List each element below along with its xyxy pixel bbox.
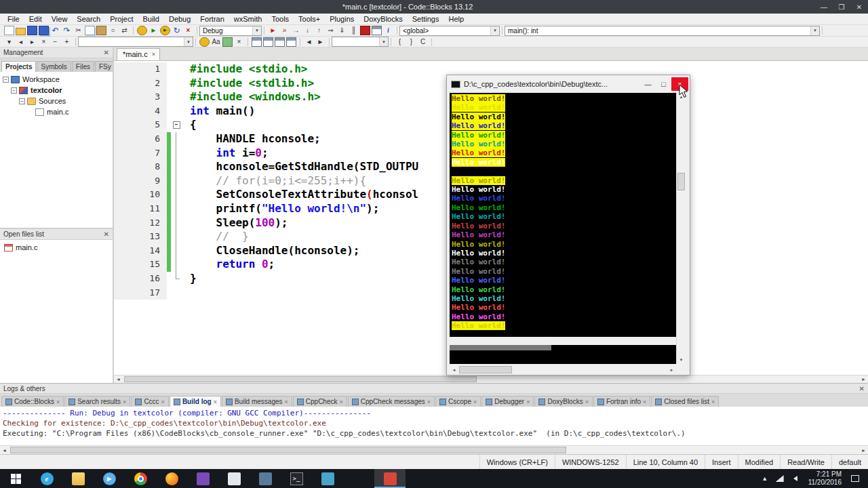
close-tab-icon[interactable]: ×	[123, 399, 126, 405]
redo-icon[interactable]: ↷	[62, 26, 72, 35]
scroll-left-icon[interactable]: ◄	[114, 377, 123, 382]
taskbar-app-file-explorer[interactable]	[62, 469, 94, 488]
taskbar-app-media-player[interactable]: ▶	[94, 469, 125, 488]
close-open-files-icon[interactable]: ✕	[104, 230, 109, 238]
close-tab-icon[interactable]: ×	[711, 399, 715, 405]
log-tab-debugger[interactable]: Debugger×	[481, 396, 534, 407]
next-line-icon[interactable]: →	[291, 26, 301, 35]
save-icon[interactable]	[27, 26, 37, 35]
unfold-all-icon[interactable]: +	[62, 37, 72, 47]
next-bookmark-icon[interactable]: ▸	[27, 37, 37, 47]
console-vscrollbar[interactable]: ▲ ▼	[676, 93, 686, 364]
show-management-pane-icon[interactable]	[275, 37, 285, 47]
collapse-icon[interactable]: −	[19, 98, 25, 104]
step-into-icon[interactable]: ↓	[302, 26, 313, 35]
incremental-search-combo[interactable]: ▼	[78, 37, 193, 47]
menu-item-tools[interactable]: Tools+	[294, 14, 325, 24]
console-resize-corner[interactable]	[676, 365, 686, 374]
scroll-up-icon[interactable]: ▲	[677, 93, 686, 101]
debugging-windows-icon[interactable]	[372, 26, 382, 35]
menu-item-wxsmith[interactable]: wxSmith	[229, 14, 267, 24]
build-icon[interactable]	[137, 26, 147, 35]
collapse-icon[interactable]: −	[11, 87, 17, 94]
close-tab-icon[interactable]: ×	[473, 399, 477, 405]
start-button[interactable]	[0, 469, 31, 488]
console-titlebar[interactable]: D:\c_cpp_codes\textcolor\bin\Debug\textc…	[447, 75, 690, 93]
menu-item-fortran[interactable]: Fortran	[195, 14, 229, 24]
fold-marker[interactable]	[171, 118, 182, 132]
run-icon[interactable]: ►	[149, 26, 159, 35]
taskbar-app-internet-explorer[interactable]: e	[31, 469, 62, 488]
editor-tab-main-c[interactable]: *main.c ×	[117, 48, 160, 60]
highlight-occurrences-icon[interactable]	[222, 37, 233, 47]
next-instruction-icon[interactable]: ⇒	[326, 26, 336, 35]
taskbar-app-codeblocks[interactable]	[374, 469, 406, 488]
console-minimize-icon[interactable]: —	[640, 77, 656, 91]
step-out-icon[interactable]: ↑	[314, 26, 324, 35]
rebuild-icon[interactable]: ↻	[172, 26, 182, 35]
menu-item-settings[interactable]: Settings	[408, 14, 444, 24]
console-window[interactable]: D:\c_cpp_codes\textcolor\bin\Debug\textc…	[446, 75, 690, 375]
taskbar-clock[interactable]: 7:21 PM 11/20/2016	[803, 470, 847, 487]
log-tab-code-blocks[interactable]: Code::Blocks×	[1, 396, 64, 407]
editor-hscroll-track[interactable]	[123, 375, 859, 383]
menu-item-build[interactable]: Build	[138, 14, 163, 24]
scroll-right-icon[interactable]: ►	[859, 448, 868, 453]
menu-item-tools[interactable]: Tools	[267, 14, 294, 24]
close-tab-icon[interactable]: ×	[585, 399, 589, 405]
taskbar-app-mail[interactable]	[250, 469, 281, 488]
console-hscroll-thumb[interactable]	[459, 366, 512, 373]
close-tab-icon[interactable]: ×	[643, 399, 646, 405]
fold-all-icon[interactable]: −	[50, 37, 60, 47]
toggle-bookmark-icon[interactable]: ▾	[4, 37, 14, 47]
action-center-icon[interactable]	[851, 475, 859, 482]
maximize-icon[interactable]: ❐	[833, 0, 850, 14]
logs-hscroll-track[interactable]	[9, 446, 859, 454]
run-to-cursor-icon[interactable]: »	[279, 26, 290, 35]
menu-item-help[interactable]: Help	[443, 14, 469, 24]
open-file-item[interactable]: main.c	[0, 242, 113, 253]
scroll-right-icon[interactable]: ►	[667, 368, 676, 372]
close-logs-icon[interactable]: ✕	[859, 385, 865, 392]
prev-bookmark-icon[interactable]: ◂	[16, 37, 26, 47]
tree-item-sources[interactable]: −Sources	[0, 96, 113, 106]
menu-item-view[interactable]: View	[47, 14, 73, 24]
management-tab-symbols[interactable]: Symbols	[37, 61, 71, 72]
new-file-icon[interactable]	[4, 26, 14, 35]
taskbar-app-office[interactable]	[187, 469, 218, 488]
find-icon[interactable]: ○	[108, 26, 118, 35]
close-tab-icon[interactable]: ×	[526, 399, 530, 405]
log-tab-cscope[interactable]: Cscope×	[435, 396, 481, 407]
clear-highlight-icon[interactable]: ×	[234, 37, 244, 47]
close-icon[interactable]: ✕	[850, 0, 868, 14]
log-tab-search-results[interactable]: Search results×	[64, 396, 130, 407]
taskbar-app-paint[interactable]	[312, 469, 343, 488]
next-call-icon[interactable]: ►	[315, 37, 326, 47]
console-hscrollbar[interactable]: ◄ ►	[450, 365, 676, 374]
close-tab-icon[interactable]: ×	[214, 399, 217, 405]
log-tab-closed-files-list[interactable]: Closed files list×	[651, 396, 719, 407]
show-editor-pane-icon[interactable]	[252, 37, 262, 47]
match-case-icon[interactable]: Aa	[211, 37, 221, 47]
menu-item-debug[interactable]: Debug	[164, 14, 195, 24]
management-tab-fsy[interactable]: FSy	[95, 61, 115, 72]
console-close-icon[interactable]: ×	[671, 77, 688, 91]
taskbar-app-movie-maker[interactable]	[343, 469, 374, 488]
replace-icon[interactable]: ⇄	[119, 26, 130, 35]
menu-item-plugins[interactable]: Plugins	[325, 14, 359, 24]
close-tab-icon[interactable]: ×	[339, 399, 342, 405]
undo-icon[interactable]: ↶	[50, 26, 60, 35]
debug-continue-icon[interactable]: ►	[268, 26, 278, 35]
scroll-left-icon[interactable]: ◄	[0, 448, 9, 453]
log-tab-build-messages[interactable]: Build messages×	[222, 396, 292, 407]
close-tab-icon[interactable]: ×	[285, 399, 288, 405]
close-management-icon[interactable]: ✕	[104, 49, 109, 56]
close-tab-icon[interactable]: ×	[56, 399, 60, 405]
menu-item-search[interactable]: Search	[72, 14, 105, 24]
management-tab-projects[interactable]: Projects	[1, 61, 36, 72]
open-file-icon[interactable]	[16, 28, 26, 35]
volume-icon[interactable]	[793, 476, 797, 481]
tree-item-workspace[interactable]: −Workspace	[0, 74, 113, 85]
copy-icon[interactable]	[85, 26, 95, 35]
build-and-run-icon[interactable]: ►	[160, 26, 170, 35]
